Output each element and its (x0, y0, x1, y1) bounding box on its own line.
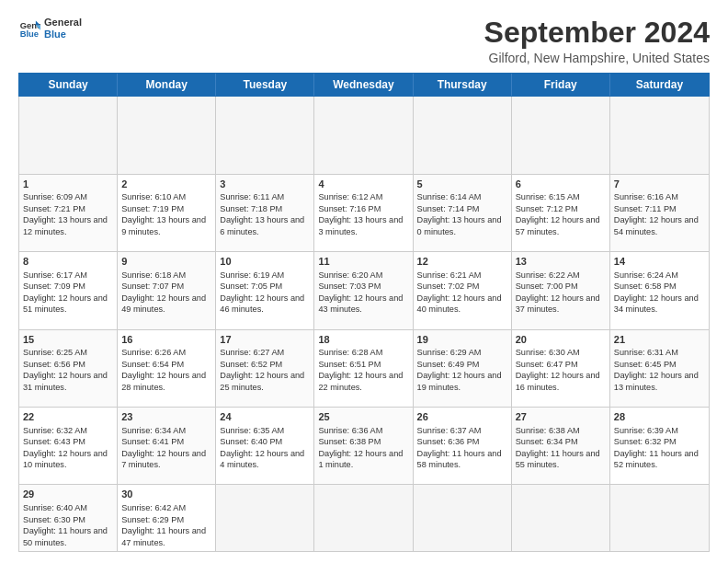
day-info: Sunrise: 6:35 AMSunset: 6:40 PMDaylight:… (220, 425, 310, 471)
table-row (216, 97, 314, 173)
day-number: 27 (516, 410, 606, 424)
calendar-week-5: 22Sunrise: 6:32 AMSunset: 6:43 PMDayligh… (19, 408, 709, 485)
table-row: 2Sunrise: 6:10 AMSunset: 7:19 PMDaylight… (118, 175, 216, 251)
day-info: Sunrise: 6:19 AMSunset: 7:05 PMDaylight:… (220, 270, 310, 316)
table-row: 24Sunrise: 6:35 AMSunset: 6:40 PMDayligh… (216, 408, 314, 484)
day-info: Sunrise: 6:21 AMSunset: 7:02 PMDaylight:… (417, 270, 507, 316)
header-tuesday: Tuesday (216, 74, 314, 96)
day-info: Sunrise: 6:27 AMSunset: 6:52 PMDaylight:… (220, 347, 310, 393)
table-row: 18Sunrise: 6:28 AMSunset: 6:51 PMDayligh… (314, 330, 413, 407)
calendar-week-3: 8Sunrise: 6:17 AMSunset: 7:09 PMDaylight… (19, 252, 709, 329)
calendar-week-1 (19, 97, 709, 174)
table-row: 6Sunrise: 6:15 AMSunset: 7:12 PMDaylight… (512, 175, 610, 251)
table-row: 5Sunrise: 6:14 AMSunset: 7:14 PMDaylight… (414, 175, 512, 251)
table-row: 27Sunrise: 6:38 AMSunset: 6:34 PMDayligh… (512, 408, 610, 484)
day-info: Sunrise: 6:25 AMSunset: 6:56 PMDaylight:… (23, 347, 113, 393)
day-number: 30 (121, 488, 211, 501)
day-info: Sunrise: 6:15 AMSunset: 7:12 PMDaylight:… (516, 191, 606, 237)
table-row (19, 97, 118, 173)
day-info: Sunrise: 6:30 AMSunset: 6:47 PMDaylight:… (516, 347, 606, 393)
day-number: 1 (23, 178, 113, 191)
day-info: Sunrise: 6:18 AMSunset: 7:07 PMDaylight:… (121, 270, 211, 316)
day-info: Sunrise: 6:40 AMSunset: 6:30 PMDaylight:… (23, 502, 113, 548)
table-row: 25Sunrise: 6:36 AMSunset: 6:38 PMDayligh… (314, 408, 413, 484)
day-info: Sunrise: 6:17 AMSunset: 7:09 PMDaylight:… (23, 270, 113, 316)
header-thursday: Thursday (414, 74, 512, 96)
day-number: 16 (121, 333, 211, 347)
day-info: Sunrise: 6:10 AMSunset: 7:19 PMDaylight:… (121, 191, 211, 237)
day-number: 3 (220, 178, 310, 191)
calendar-week-4: 15Sunrise: 6:25 AMSunset: 6:56 PMDayligh… (19, 330, 709, 408)
day-number: 4 (318, 178, 408, 191)
table-row (610, 97, 709, 173)
table-row: 7Sunrise: 6:16 AMSunset: 7:11 PMDaylight… (610, 175, 709, 251)
table-row: 12Sunrise: 6:21 AMSunset: 7:02 PMDayligh… (414, 252, 512, 328)
day-number: 2 (121, 178, 211, 191)
day-number: 11 (318, 255, 408, 269)
table-row: 21Sunrise: 6:31 AMSunset: 6:45 PMDayligh… (610, 330, 709, 407)
table-row: 8Sunrise: 6:17 AMSunset: 7:09 PMDaylight… (19, 252, 118, 328)
day-info: Sunrise: 6:28 AMSunset: 6:51 PMDaylight:… (318, 347, 408, 393)
day-info: Sunrise: 6:32 AMSunset: 6:43 PMDaylight:… (23, 425, 113, 471)
table-row (118, 97, 216, 173)
table-row: 10Sunrise: 6:19 AMSunset: 7:05 PMDayligh… (216, 252, 314, 328)
header-saturday: Saturday (610, 74, 709, 96)
day-number: 12 (417, 255, 507, 269)
day-info: Sunrise: 6:38 AMSunset: 6:34 PMDaylight:… (516, 425, 606, 471)
calendar-page: General Blue General Blue September 2024… (0, 0, 728, 563)
header-wednesday: Wednesday (314, 74, 413, 96)
day-number: 19 (417, 333, 507, 347)
location: Gilford, New Hampshire, United States (484, 51, 710, 65)
day-number: 28 (614, 410, 705, 424)
table-row (512, 97, 610, 173)
day-info: Sunrise: 6:36 AMSunset: 6:38 PMDaylight:… (318, 425, 408, 471)
table-row: 26Sunrise: 6:37 AMSunset: 6:36 PMDayligh… (414, 408, 512, 484)
logo-text-general: General (44, 17, 82, 29)
day-number: 15 (23, 333, 113, 347)
table-row: 17Sunrise: 6:27 AMSunset: 6:52 PMDayligh… (216, 330, 314, 407)
logo-text-blue: Blue (44, 29, 82, 40)
table-row: 3Sunrise: 6:11 AMSunset: 7:18 PMDaylight… (216, 175, 314, 251)
table-row: 28Sunrise: 6:39 AMSunset: 6:32 PMDayligh… (610, 408, 709, 484)
table-row: 1Sunrise: 6:09 AMSunset: 7:21 PMDaylight… (19, 175, 118, 251)
table-row: 16Sunrise: 6:26 AMSunset: 6:54 PMDayligh… (118, 330, 216, 407)
table-row (610, 485, 709, 551)
day-number: 20 (516, 333, 606, 347)
svg-text:Blue: Blue (20, 29, 39, 40)
day-number: 23 (121, 410, 211, 424)
day-info: Sunrise: 6:20 AMSunset: 7:03 PMDaylight:… (318, 270, 408, 316)
day-number: 29 (23, 488, 113, 501)
day-info: Sunrise: 6:31 AMSunset: 6:45 PMDaylight:… (614, 347, 705, 393)
day-number: 18 (318, 333, 408, 347)
calendar-week-2: 1Sunrise: 6:09 AMSunset: 7:21 PMDaylight… (19, 175, 709, 252)
day-number: 10 (220, 255, 310, 269)
table-row: 14Sunrise: 6:24 AMSunset: 6:58 PMDayligh… (610, 252, 709, 328)
day-number: 13 (516, 255, 606, 269)
day-info: Sunrise: 6:34 AMSunset: 6:41 PMDaylight:… (121, 425, 211, 471)
day-info: Sunrise: 6:29 AMSunset: 6:49 PMDaylight:… (417, 347, 507, 393)
day-info: Sunrise: 6:14 AMSunset: 7:14 PMDaylight:… (417, 191, 507, 237)
day-info: Sunrise: 6:22 AMSunset: 7:00 PMDaylight:… (516, 270, 606, 316)
logo-icon: General Blue (18, 17, 40, 40)
day-number: 14 (614, 255, 705, 269)
day-number: 9 (121, 255, 211, 269)
table-row: 30Sunrise: 6:42 AMSunset: 6:29 PMDayligh… (118, 485, 216, 551)
day-info: Sunrise: 6:24 AMSunset: 6:58 PMDaylight:… (614, 270, 705, 316)
table-row: 20Sunrise: 6:30 AMSunset: 6:47 PMDayligh… (512, 330, 610, 407)
day-number: 6 (516, 178, 606, 191)
day-info: Sunrise: 6:26 AMSunset: 6:54 PMDaylight:… (121, 347, 211, 393)
day-number: 26 (417, 410, 507, 424)
day-number: 22 (23, 410, 113, 424)
day-info: Sunrise: 6:37 AMSunset: 6:36 PMDaylight:… (417, 425, 507, 471)
table-row: 19Sunrise: 6:29 AMSunset: 6:49 PMDayligh… (414, 330, 512, 407)
calendar-week-6: 29Sunrise: 6:40 AMSunset: 6:30 PMDayligh… (19, 485, 709, 551)
table-row (414, 485, 512, 551)
title-block: September 2024 Gilford, New Hampshire, U… (484, 17, 710, 65)
day-number: 21 (614, 333, 705, 347)
table-row (512, 485, 610, 551)
day-number: 8 (23, 255, 113, 269)
table-row (414, 97, 512, 173)
table-row: 11Sunrise: 6:20 AMSunset: 7:03 PMDayligh… (314, 252, 413, 328)
table-row: 4Sunrise: 6:12 AMSunset: 7:16 PMDaylight… (314, 175, 413, 251)
header: General Blue General Blue September 2024… (18, 17, 710, 65)
